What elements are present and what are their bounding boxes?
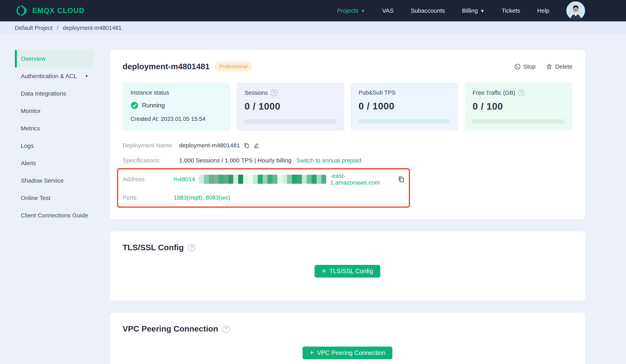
specifications-label: Specifications:: [122, 157, 179, 164]
nav-vas[interactable]: VAS: [382, 7, 393, 14]
breadcrumb-project[interactable]: Default Project: [15, 25, 52, 31]
specifications-row: Specifications: 1,000 Sessions / 1,000 T…: [122, 157, 572, 164]
nav-billing[interactable]: Billing ▼: [462, 7, 485, 14]
plus-icon: +: [310, 349, 314, 356]
chevron-down-icon: ▼: [361, 8, 365, 14]
address-label: Address:: [122, 176, 174, 182]
sidebar-item-client-connections-guide[interactable]: Client Connections Guide: [15, 207, 94, 224]
sessions-label: Sessions: [244, 90, 268, 96]
edit-icon[interactable]: [253, 142, 260, 148]
pubsub-tps-progress-bar: [358, 119, 450, 123]
pubsub-tps-value: 0 / 1000: [358, 101, 450, 111]
copy-icon[interactable]: [243, 142, 250, 148]
help-icon[interactable]: ?: [222, 325, 230, 333]
chevron-down-icon: ▼: [84, 74, 88, 78]
sidebar-item-logs[interactable]: Logs: [15, 137, 94, 154]
main-content: deployment-m4801481 Professional Stop: [110, 35, 585, 364]
plus-icon: +: [322, 267, 326, 275]
free-traffic-label: Free Traffic (GB): [472, 90, 515, 96]
sidebar-item-online-test[interactable]: Online Test: [15, 189, 94, 207]
nav-links: Projects ▼ VAS Subaccounts Billing ▼ Tic…: [337, 1, 585, 20]
free-traffic-value: 0 / 100: [472, 101, 564, 112]
add-vpc-peering-button[interactable]: + VPC Peering Connection: [303, 347, 392, 359]
nav-tickets[interactable]: Tickets: [502, 7, 520, 14]
stop-icon: [514, 63, 521, 70]
nav-subaccounts[interactable]: Subaccounts: [411, 7, 445, 14]
switch-annual-prepaid-link[interactable]: Switch to annual prepaid: [296, 157, 361, 164]
deployment-title: deployment-m4801481: [122, 62, 210, 71]
address-prefix: m48014: [174, 176, 195, 182]
vpc-peering-card: VPC Peering Connection ? + VPC Peering C…: [110, 313, 585, 364]
running-check-icon: [130, 102, 138, 109]
pubsub-tps-label: Pub&Sub TPS: [358, 89, 395, 96]
connection-highlight-box: Address: m48014 -east-1.amazonaws.com: [117, 168, 410, 208]
help-icon[interactable]: ?: [271, 89, 277, 96]
nav-projects[interactable]: Projects ▼: [337, 7, 365, 14]
sidebar-item-alerts[interactable]: Alerts: [15, 154, 94, 172]
sidebar-item-data-integrations[interactable]: Data Integrations: [15, 85, 94, 102]
address-suffix: -east-1.amazonaws.com: [330, 173, 394, 186]
pubsub-tps-card: Pub&Sub TPS 0 / 1000: [351, 83, 458, 131]
free-traffic-progress-bar: [472, 119, 564, 124]
instance-status-card: Instance status Running Created At: 2023…: [122, 83, 230, 131]
sidebar-item-shadow-service[interactable]: Shadow Service: [15, 172, 94, 189]
deployment-name-value: deployment-m4801481: [179, 142, 240, 149]
specifications-value: 1,000 Sessions / 1,000 TPS | Hourly bill…: [179, 157, 292, 164]
breadcrumb-current: deployment-m4801481: [63, 25, 121, 31]
address-row: Address: m48014 -east-1.amazonaws.com: [122, 173, 405, 186]
stop-button[interactable]: Stop: [514, 63, 536, 70]
tls-ssl-title: TLS/SSL Config: [122, 243, 184, 252]
trash-icon: [546, 63, 552, 70]
vpc-peering-title: VPC Peering Connection: [122, 324, 218, 333]
deployment-name-label: Deployment Name:: [122, 142, 179, 149]
instance-status-value: Running: [142, 102, 165, 109]
add-tls-ssl-config-button[interactable]: + TLS/SSL Config: [314, 265, 380, 278]
sessions-card: Sessions ? 0 / 1000: [236, 83, 344, 131]
help-icon[interactable]: ?: [188, 244, 195, 252]
sidebar-item-overview[interactable]: Overview: [15, 50, 94, 68]
tls-ssl-card: TLS/SSL Config ? + TLS/SSL Config: [110, 231, 585, 300]
top-nav: EMQX CLOUD Projects ▼ VAS Subaccounts Bi…: [0, 0, 626, 21]
sidebar-item-authentication-acl[interactable]: Authentication & ACL ▼: [15, 68, 94, 85]
sessions-progress-bar: [244, 119, 336, 124]
breadcrumb: Default Project / deployment-m4801481: [0, 21, 626, 35]
delete-button[interactable]: Delete: [546, 63, 572, 70]
instance-status-label: Instance status: [130, 89, 169, 96]
sessions-value: 0 / 1000: [244, 101, 336, 112]
ports-value: 1883(mqtt), 8083(ws): [174, 194, 230, 201]
sidebar-item-metrics[interactable]: Metrics: [15, 120, 94, 137]
free-traffic-card: Free Traffic (GB) ? 0 / 100: [465, 83, 572, 131]
sidebar-item-monitor[interactable]: Monitor: [15, 102, 94, 120]
chevron-down-icon: ▼: [480, 8, 485, 14]
nav-help[interactable]: Help: [537, 7, 549, 14]
deployment-name-row: Deployment Name: deployment-m4801481: [122, 142, 572, 149]
ports-row: Ports: 1883(mqtt), 8083(ws): [122, 194, 405, 201]
sidebar: Overview Authentication & ACL ▼ Data Int…: [15, 50, 94, 224]
created-at: Created At: 2023.01.05 15:54: [130, 116, 222, 122]
copy-icon[interactable]: [398, 176, 405, 183]
user-avatar[interactable]: [566, 1, 585, 20]
deployment-overview-card: deployment-m4801481 Professional Stop: [110, 50, 585, 219]
plan-badge: Professional: [215, 62, 252, 72]
ports-label: Ports:: [122, 194, 174, 201]
address-redacted: [199, 175, 326, 184]
emqx-logo-icon: [15, 4, 27, 17]
brand-name: EMQX CLOUD: [32, 6, 84, 15]
brand-logo[interactable]: EMQX CLOUD: [15, 4, 84, 17]
breadcrumb-separator: /: [57, 25, 58, 31]
help-icon[interactable]: ?: [518, 89, 525, 96]
